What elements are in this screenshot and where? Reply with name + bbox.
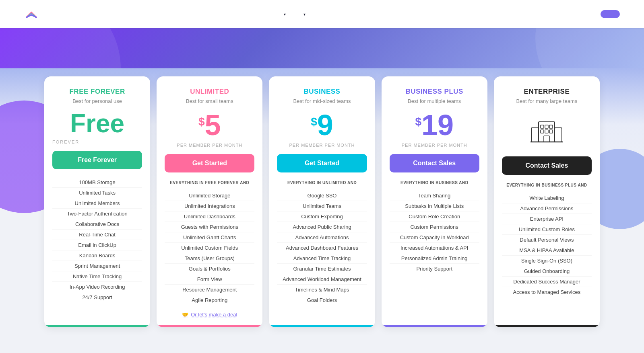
price-number: 19 (421, 109, 454, 141)
plan-tagline: Best for personal use (52, 98, 142, 104)
feature-item: Granular Time Estimates (277, 264, 367, 274)
nav-right (578, 10, 620, 18)
plan-name: FREE FOREVER (52, 88, 142, 96)
feature-list: Google SSOUnlimited TeamsCustom Exportin… (277, 191, 367, 318)
feature-item: Advanced Dashboard Features (277, 243, 367, 253)
feature-item: Unlimited Teams (277, 201, 367, 211)
svg-rect-3 (549, 125, 553, 128)
feature-item: Enterprise API (502, 214, 592, 224)
feature-item: Unlimited Tasks (52, 188, 142, 198)
feature-item: Advanced Permissions (502, 203, 592, 214)
plan-tagline: Best for multiple teams (390, 98, 479, 104)
nav-product[interactable]: ▾ (276, 9, 292, 20)
plan-name: BUSINESS PLUS (390, 88, 479, 96)
plan-tagline: Best for mid-sized teams (277, 98, 367, 104)
price-period: PER MEMBER PER MONTH (390, 143, 479, 148)
deal-link[interactable]: 🤝 Or let's make a deal (165, 312, 254, 318)
signup-button[interactable] (601, 10, 620, 18)
price-area: $9 (277, 111, 367, 140)
plan-name: BUSINESS (277, 88, 367, 96)
feature-item: Custom Exporting (277, 211, 367, 222)
card-bottom-bar (494, 325, 600, 327)
feature-item: Priority Support (390, 264, 479, 274)
plan-tagline: Best for many large teams (502, 98, 592, 104)
card-bottom-bar (44, 325, 150, 327)
price-number: 5 (205, 109, 221, 141)
cta-button[interactable]: Contact Sales (390, 154, 479, 172)
navbar: ▾ ▾ (0, 0, 644, 28)
feature-item: Advanced Time Tracking (277, 253, 367, 264)
pricing-cards-container: FREE FOREVER Best for personal use Free … (44, 68, 600, 327)
cta-button[interactable]: Get Started (277, 154, 367, 172)
enterprise-illustration (502, 114, 592, 150)
card-bottom-bar (269, 325, 375, 327)
feature-item: Default Personal Views (502, 235, 592, 245)
pricing-card-free: FREE FOREVER Best for personal use Free … (44, 76, 150, 327)
price-dollar: $ (311, 115, 317, 128)
card-bottom-bar (382, 325, 487, 327)
price-number: 9 (317, 109, 333, 141)
price-subtext: FOREVER (52, 140, 142, 144)
deal-icon: 🤝 (182, 312, 188, 318)
plan-name: UNLIMITED (165, 88, 254, 96)
feature-item: 100MB Storage (52, 177, 142, 188)
feature-item: Teams (User Groups) (165, 253, 254, 264)
feature-item: Custom Capacity in Workload (390, 232, 479, 243)
deal-label: Or let's make a deal (191, 312, 237, 318)
feature-item: Two-Factor Authentication (52, 209, 142, 219)
nav-pricing[interactable] (315, 11, 328, 17)
feature-list: Team SharingSubtasks in Multiple ListsCu… (390, 191, 479, 318)
pricing-card-business: BUSINESS Best for mid-sized teams $9 PER… (269, 76, 375, 327)
feature-item: Unlimited Integrations (165, 201, 254, 211)
svg-rect-12 (555, 128, 562, 142)
feature-item: Kanban Boards (52, 250, 142, 261)
feature-item: Advanced Public Sharing (277, 222, 367, 232)
price-area: $19 (390, 111, 479, 140)
divider-label: EVERYTHING IN UNLIMITED AND (277, 181, 367, 185)
cta-button[interactable]: Get Started (165, 154, 254, 172)
svg-rect-2 (545, 125, 548, 128)
divider-label: EVERYTHING IN BUSINESS AND (390, 181, 479, 185)
feature-item: Increased Automations & API (390, 243, 479, 253)
divider-label: EVERYTHING IN FREE FOREVER AND (165, 181, 254, 185)
feature-item: Custom Role Creation (390, 211, 479, 222)
feature-item: Unlimited Dashboards (165, 211, 254, 222)
logo[interactable] (24, 7, 42, 21)
feature-item: Goal Folders (277, 295, 367, 305)
cta-button[interactable]: Free Forever (52, 151, 142, 169)
feature-item: White Labeling (502, 193, 592, 203)
feature-list: White LabelingAdvanced PermissionsEnterp… (502, 193, 592, 318)
pricing-card-business-plus: BUSINESS PLUS Best for multiple teams $1… (382, 76, 487, 327)
feature-item: Form View (165, 274, 254, 285)
cta-button[interactable]: Contact Sales (502, 156, 592, 175)
feature-item: Agile Reporting (165, 295, 254, 305)
price-value: Free (52, 111, 142, 136)
svg-rect-7 (544, 136, 549, 142)
feature-item: Access to Managed Services (502, 287, 592, 297)
feature-item: Guests with Permissions (165, 222, 254, 232)
nav-learn[interactable]: ▾ (295, 9, 312, 20)
feature-item: Advanced Automations (277, 232, 367, 243)
price-dollar: $ (415, 115, 421, 128)
hero-background (0, 28, 644, 68)
feature-item: In-App Video Recording (52, 282, 142, 292)
feature-item: Personalized Admin Training (390, 253, 479, 264)
feature-item: Timelines & Mind Maps (277, 285, 367, 295)
login-button[interactable] (578, 10, 594, 18)
plan-name: ENTERPRISE (502, 88, 592, 96)
feature-list: Unlimited StorageUnlimited IntegrationsU… (165, 191, 254, 305)
feature-item: Unlimited Custom Roles (502, 224, 592, 235)
nav-contact-sales[interactable] (331, 11, 344, 17)
svg-rect-5 (545, 130, 548, 133)
pricing-card-unlimited: UNLIMITED Best for small teams $5 PER ME… (157, 76, 262, 327)
feature-item: Real-Time Chat (52, 230, 142, 240)
feature-item: Dedicated Success Manager (502, 277, 592, 287)
svg-rect-1 (541, 125, 544, 128)
feature-item: Unlimited Gantt Charts (165, 232, 254, 243)
svg-rect-4 (541, 130, 544, 133)
feature-item: Team Sharing (390, 191, 479, 201)
feature-item: Single Sign-On (SSO) (502, 256, 592, 266)
feature-list: 100MB StorageUnlimited TasksUnlimited Me… (52, 177, 142, 318)
price-dollar: $ (198, 115, 205, 128)
feature-item: Advanced Workload Management (277, 274, 367, 285)
